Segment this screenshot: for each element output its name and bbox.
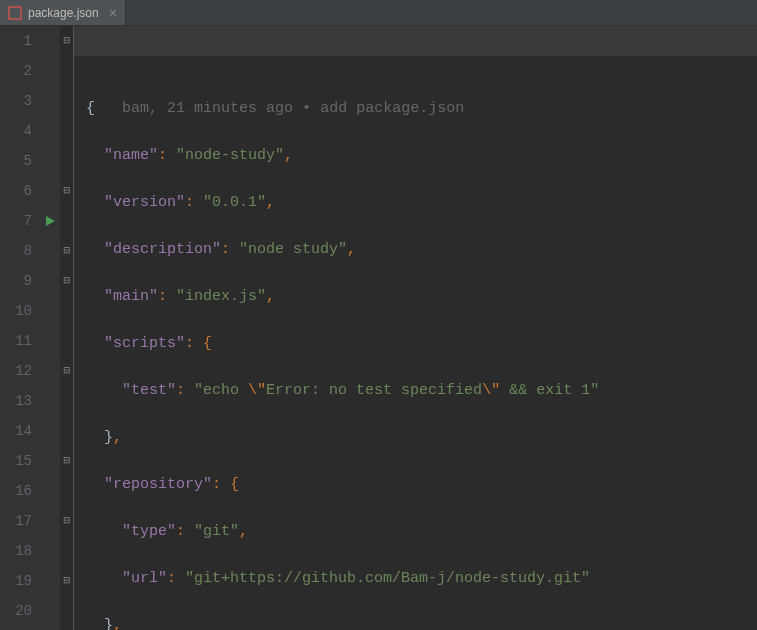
brace: } (104, 617, 113, 630)
json-value: "git" (194, 523, 239, 540)
line-number: 7 (0, 206, 32, 236)
line-number: 20 (0, 596, 32, 626)
fold-close-icon[interactable]: ⊟ (61, 515, 73, 525)
fold-close-icon[interactable]: ⊟ (61, 365, 73, 375)
json-key: "main" (104, 288, 158, 305)
line-number: 1 (0, 26, 32, 56)
json-key: "type" (122, 523, 176, 540)
fold-open-icon[interactable]: ⊟ (61, 275, 73, 285)
json-key: "description" (104, 241, 221, 258)
fold-gutter: ⊟ ⊟ ⊟ ⊟ ⊟ ⊟ ⊟ ⊟ (60, 26, 74, 630)
tab-filename: package.json (28, 6, 99, 20)
fold-open-icon[interactable]: ⊟ (61, 185, 73, 195)
json-value: "index.js" (176, 288, 266, 305)
line-number: 13 (0, 386, 32, 416)
line-number: 16 (0, 476, 32, 506)
json-file-icon (8, 6, 22, 20)
brace: { (86, 100, 95, 117)
code-area[interactable]: { bam, 21 minutes ago • add package.json… (74, 26, 757, 630)
line-number: 4 (0, 116, 32, 146)
json-key: "url" (122, 570, 167, 587)
json-key: "test" (122, 382, 176, 399)
json-key: "version" (104, 194, 185, 211)
json-key: "repository" (104, 476, 212, 493)
git-blame-annotation: bam, 21 minutes ago • add package.json (122, 100, 464, 117)
fold-close-icon[interactable]: ⊟ (61, 245, 73, 255)
tab-bar: package.json × (0, 0, 757, 26)
line-number: 5 (0, 146, 32, 176)
line-number: 3 (0, 86, 32, 116)
line-number: 2 (0, 56, 32, 86)
json-key: "scripts" (104, 335, 185, 352)
fold-open-icon[interactable]: ⊟ (61, 35, 73, 45)
close-icon[interactable]: × (109, 5, 117, 21)
json-key: "name" (104, 147, 158, 164)
json-value: "echo \"Error: no test specified\" && ex… (194, 382, 599, 399)
json-value: "node study" (239, 241, 347, 258)
line-number: 10 (0, 296, 32, 326)
line-number-gutter: 1 2 3 4 5 6 7 8 9 10 11 12 13 14 15 16 1… (0, 26, 42, 630)
line-number: 19 (0, 566, 32, 596)
svg-rect-0 (9, 7, 21, 19)
json-value: "git+https://github.com/Bam-j/node-study… (185, 570, 590, 587)
code-editor[interactable]: 1 2 3 4 5 6 7 8 9 10 11 12 13 14 15 16 1… (0, 26, 757, 630)
line-number: 17 (0, 506, 32, 536)
line-number: 15 (0, 446, 32, 476)
json-value: "0.0.1" (203, 194, 266, 211)
line-number: 18 (0, 536, 32, 566)
svg-marker-1 (46, 216, 55, 226)
run-gutter (42, 26, 60, 630)
run-icon[interactable] (44, 215, 56, 230)
line-number: 14 (0, 416, 32, 446)
line-number: 9 (0, 266, 32, 296)
json-value: "node-study" (176, 147, 284, 164)
line-number: 11 (0, 326, 32, 356)
fold-open-icon[interactable]: ⊟ (61, 455, 73, 465)
line-number: 12 (0, 356, 32, 386)
brace: } (104, 429, 113, 446)
fold-close-icon[interactable]: ⊟ (61, 575, 73, 585)
line-number: 8 (0, 236, 32, 266)
file-tab[interactable]: package.json × (0, 0, 126, 25)
line-number: 6 (0, 176, 32, 206)
